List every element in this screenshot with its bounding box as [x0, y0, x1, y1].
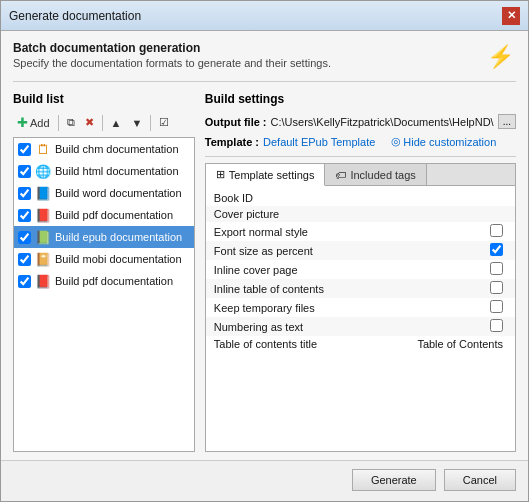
setting-checkbox[interactable]: [490, 319, 503, 332]
tab-label: Included tags: [350, 169, 415, 181]
pdf-icon: 📕: [35, 273, 51, 289]
tab-label: Template settings: [229, 169, 315, 181]
build-list-item[interactable]: 📘Build word documentation: [14, 182, 194, 204]
settings-row: Export normal style: [206, 222, 515, 241]
output-value: C:\Users\KellyFitzpatrick\Documents\Help…: [271, 116, 494, 128]
generate-button[interactable]: Generate: [352, 469, 436, 491]
setting-label: Inline cover page: [206, 260, 376, 279]
settings-table: Book IDCover pictureExport normal styleF…: [206, 190, 515, 352]
tab-template-settings[interactable]: ⊞Template settings: [206, 164, 326, 186]
dialog-content: Batch documentation generation Specify t…: [1, 31, 528, 460]
setting-label: Export normal style: [206, 222, 376, 241]
settings-row: Inline cover page: [206, 260, 515, 279]
template-row: Template : Default EPub Template ◎ Hide …: [205, 135, 516, 148]
left-panel: Build list ✚ Add ⧉ ✖ ▲: [13, 92, 195, 452]
settings-divider: [205, 156, 516, 157]
header-title: Batch documentation generation: [13, 41, 331, 55]
build-item-checkbox[interactable]: [18, 275, 31, 288]
build-item-label: Build epub documentation: [55, 231, 182, 243]
setting-label: Inline table of contents: [206, 279, 376, 298]
settings-row: Inline table of contents: [206, 279, 515, 298]
setting-label: Cover picture: [206, 206, 376, 222]
build-list-toolbar: ✚ Add ⧉ ✖ ▲ ▼: [13, 112, 195, 133]
hide-icon: ◎: [391, 135, 401, 148]
settings-row: Numbering as text: [206, 317, 515, 336]
build-list-item[interactable]: 📔Build mobi documentation: [14, 248, 194, 270]
build-list-item[interactable]: 🌐Build html documentation: [14, 160, 194, 182]
add-label: Add: [30, 117, 50, 129]
epub-icon: 📗: [35, 229, 51, 245]
hide-label: Hide customization: [403, 136, 496, 148]
add-button[interactable]: ✚ Add: [13, 112, 54, 133]
mobi-icon: 📔: [35, 251, 51, 267]
settings-row: Table of contents titleTable of Contents: [206, 336, 515, 352]
setting-checkbox[interactable]: [490, 262, 503, 275]
pdf-icon: 📕: [35, 207, 51, 223]
setting-label: Font size as percent: [206, 241, 376, 260]
toolbar-separator-3: [150, 115, 151, 131]
build-item-checkbox[interactable]: [18, 165, 31, 178]
chm-icon: 🗒: [35, 141, 51, 157]
tabs-container: ⊞Template settings🏷Included tags Book ID…: [205, 163, 516, 452]
build-item-checkbox[interactable]: [18, 231, 31, 244]
tab-icon: 🏷: [335, 169, 346, 181]
check-all-icon: ☑: [159, 116, 169, 129]
build-list-title: Build list: [13, 92, 195, 106]
setting-checkbox[interactable]: [490, 300, 503, 313]
cancel-button[interactable]: Cancel: [444, 469, 516, 491]
toolbar-separator-1: [58, 115, 59, 131]
setting-checkbox[interactable]: [490, 281, 503, 294]
build-item-label: Build word documentation: [55, 187, 182, 199]
main-body: Build list ✚ Add ⧉ ✖ ▲: [13, 92, 516, 452]
build-item-checkbox[interactable]: [18, 253, 31, 266]
build-item-checkbox[interactable]: [18, 209, 31, 222]
add-icon: ✚: [17, 115, 28, 130]
title-bar: Generate documentation ✕: [1, 1, 528, 31]
toolbar-separator-2: [102, 115, 103, 131]
copy-button[interactable]: ⧉: [63, 113, 79, 132]
build-item-checkbox[interactable]: [18, 187, 31, 200]
html-icon: 🌐: [35, 163, 51, 179]
build-settings-title: Build settings: [205, 92, 516, 106]
delete-button[interactable]: ✖: [81, 113, 98, 132]
dialog-title: Generate documentation: [9, 9, 141, 23]
setting-label: Keep temporary files: [206, 298, 376, 317]
build-item-label: Build pdf documentation: [55, 209, 173, 221]
template-label: Template :: [205, 136, 259, 148]
build-list-item[interactable]: 📕Build pdf documentation: [14, 204, 194, 226]
build-item-label: Build html documentation: [55, 165, 179, 177]
hide-customization-link[interactable]: ◎ Hide customization: [391, 135, 496, 148]
tab-content: Book IDCover pictureExport normal styleF…: [206, 186, 515, 451]
settings-row: Book ID: [206, 190, 515, 206]
build-item-label: Build mobi documentation: [55, 253, 182, 265]
lightning-icon: ⚡: [484, 41, 516, 73]
build-list-item[interactable]: 🗒Build chm documentation: [14, 138, 194, 160]
tabs-header: ⊞Template settings🏷Included tags: [206, 164, 515, 186]
close-button[interactable]: ✕: [502, 7, 520, 25]
header-subtitle: Specify the documentation formats to gen…: [13, 57, 331, 69]
tab-included-tags[interactable]: 🏷Included tags: [325, 164, 426, 185]
check-all-button[interactable]: ☑: [155, 113, 173, 132]
setting-value: Table of Contents: [376, 336, 515, 352]
up-icon: ▲: [111, 117, 122, 129]
build-list-item[interactable]: 📗Build epub documentation: [14, 226, 194, 248]
move-up-button[interactable]: ▲: [107, 114, 126, 132]
build-item-label: Build chm documentation: [55, 143, 179, 155]
build-list-item[interactable]: 📕Build pdf documentation: [14, 270, 194, 292]
settings-row: Keep temporary files: [206, 298, 515, 317]
setting-checkbox[interactable]: [490, 243, 503, 256]
template-link[interactable]: Default EPub Template: [263, 136, 375, 148]
setting-checkbox[interactable]: [490, 224, 503, 237]
footer: Generate Cancel: [1, 460, 528, 501]
output-browse-button[interactable]: ...: [498, 114, 516, 129]
build-item-checkbox[interactable]: [18, 143, 31, 156]
move-down-button[interactable]: ▼: [127, 114, 146, 132]
settings-row: Font size as percent: [206, 241, 515, 260]
word-icon: 📘: [35, 185, 51, 201]
output-row: Output file : C:\Users\KellyFitzpatrick\…: [205, 114, 516, 129]
settings-row: Cover picture: [206, 206, 515, 222]
build-item-label: Build pdf documentation: [55, 275, 173, 287]
setting-label: Book ID: [206, 190, 376, 206]
right-panel: Build settings Output file : C:\Users\Ke…: [205, 92, 516, 452]
tab-icon: ⊞: [216, 168, 225, 181]
